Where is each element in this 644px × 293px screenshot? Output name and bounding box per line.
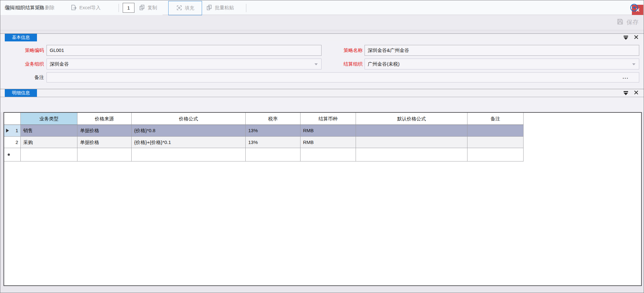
close-section-icon[interactable] [634,90,639,96]
delete-icon [36,4,43,12]
batch-paste-button[interactable]: 批量粘贴 [206,0,234,15]
batch-paste-icon [206,4,213,12]
tab-basic-info[interactable]: 基本信息 [5,34,37,41]
remark-label: 备注 [0,72,44,82]
cell-remark[interactable] [467,125,524,137]
cell-price-source[interactable] [77,148,132,161]
row-header[interactable]: 1 [4,125,21,137]
copy-row-button[interactable]: 复制 [139,0,157,15]
remark-more-button[interactable]: ... [623,73,629,82]
add-label: 新增 [14,5,23,11]
new-row-icon [8,154,10,156]
cell-currency[interactable] [300,148,356,161]
row-number: 1 [16,128,18,133]
toolbar-separator [246,4,246,12]
detail-section-header: 明细信息 [0,89,644,97]
collapse-section-icon[interactable] [624,36,628,40]
current-row-icon [6,129,9,132]
row-number: 2 [16,139,18,145]
cell-default-formula[interactable] [356,148,467,161]
toolbar-separator [119,4,119,12]
code-label: 策略编码 [0,45,44,56]
fill-button[interactable]: 填充 [168,1,202,15]
cell-price-source[interactable]: 单据价格 [77,137,132,148]
cell-remark[interactable] [467,148,524,161]
column-header-default-formula[interactable]: 默认价格公式 [356,113,467,125]
detail-toolbar [0,97,644,112]
collapse-section-icon[interactable] [624,91,628,95]
cell-currency[interactable]: RMB [300,125,356,137]
cell-tax-rate[interactable]: 13% [246,137,300,148]
cell-price-formula[interactable]: {价格}+{价格}*0.1 [132,137,246,148]
detail-grid: 业务类型 价格来源 价格公式 税率 结算币种 默认价格公式 备注 1 销售 单据… [4,112,642,286]
chevron-down-icon[interactable] [632,63,635,65]
delete-label: 删除 [45,5,54,11]
name-input[interactable]: 深圳金谷&广州金谷 [365,45,639,56]
settle-org-value: 广州金谷(未税) [368,61,400,67]
fill-icon [176,4,183,12]
cell-default-formula[interactable] [356,137,467,148]
cell-remark[interactable] [467,137,524,148]
batch-paste-label: 批量粘贴 [215,5,234,11]
save-icon [616,18,624,27]
biz-org-value: 深圳金谷 [50,61,69,67]
cell-tax-rate[interactable] [246,148,300,161]
copy-count-input[interactable]: 1 [123,3,134,13]
cell-biz-type[interactable]: 采购 [21,137,77,148]
excel-import-button[interactable]: Excel导入 [70,0,101,15]
column-header-price-source[interactable]: 价格来源 [77,113,132,125]
remark-input[interactable]: ... [47,72,639,82]
basic-section-header: 基本信息 [0,33,644,42]
column-header-remark[interactable]: 备注 [467,113,524,125]
add-row-button[interactable]: 新增 [5,0,23,15]
close-section-icon[interactable] [634,35,639,41]
name-label: 策略名称 [301,45,363,56]
column-header-tax-rate[interactable]: 税率 [246,113,300,125]
cell-price-formula[interactable] [132,148,246,161]
cell-price-source[interactable]: 单据价格 [77,125,132,137]
copy-icon [139,4,145,12]
save-button[interactable]: 保存 [616,17,639,27]
cell-biz-type[interactable] [21,148,77,161]
cell-currency[interactable]: RMB [300,137,356,148]
cell-tax-rate[interactable]: 13% [246,125,300,137]
grid-corner-header[interactable] [4,113,21,125]
code-input[interactable]: GL001 [47,45,322,56]
delete-row-button[interactable]: 删除 [36,0,54,15]
fill-label: 填充 [185,5,194,11]
settle-org-label: 结算组织 [301,59,363,69]
dialog-window: 编辑 组织结算策略 保存 基本信息 策略编码 GL001 策略名 [0,0,644,293]
excel-import-label: Excel导入 [79,5,101,11]
action-toolbar: 保存 [0,15,644,30]
column-header-biz-type[interactable]: 业务类型 [21,113,77,125]
tab-detail-info[interactable]: 明细信息 [5,89,37,97]
column-header-price-formula[interactable]: 价格公式 [132,113,246,125]
biz-org-select[interactable]: 深圳金谷 [47,59,322,69]
copy-label: 复制 [148,5,157,11]
row-header[interactable]: 2 [4,137,21,148]
add-icon [5,4,11,12]
biz-org-label: 业务组织 [0,59,44,69]
column-header-currency[interactable]: 结算币种 [300,113,356,125]
cell-price-formula[interactable]: {价格}*0.8 [132,125,246,137]
settle-org-select[interactable]: 广州金谷(未税) [365,59,639,69]
new-row-header[interactable] [4,148,21,161]
forward-icon[interactable] [630,4,638,12]
save-button-label: 保存 [626,18,639,26]
cell-default-formula[interactable] [356,125,467,137]
cell-biz-type[interactable]: 销售 [21,125,77,137]
excel-import-icon [70,4,77,12]
